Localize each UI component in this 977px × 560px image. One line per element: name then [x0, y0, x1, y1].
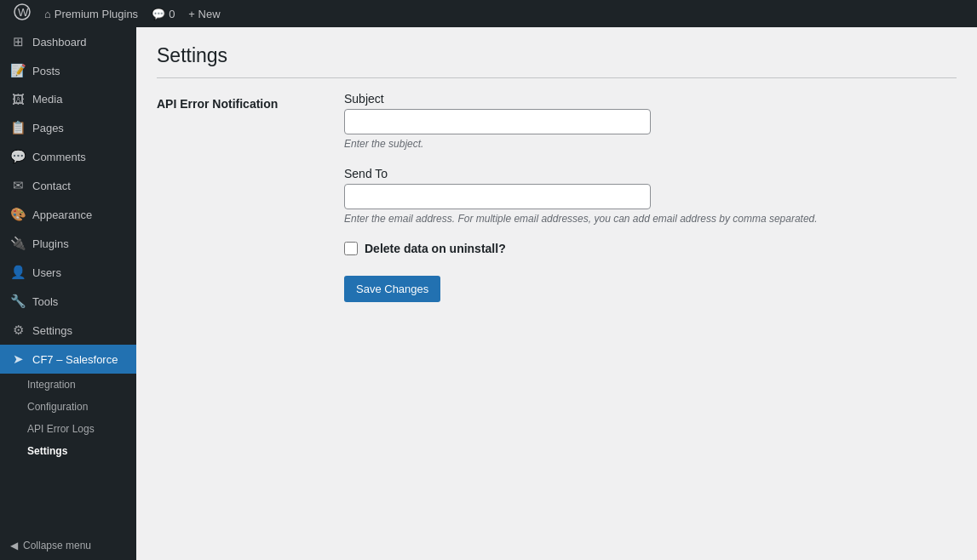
sidebar-item-tools[interactable]: 🔧 Tools	[0, 287, 136, 316]
submenu-settings[interactable]: Settings	[0, 440, 136, 462]
appearance-icon: 🎨	[10, 207, 26, 222]
delete-data-label: Delete data on uninstall?	[365, 242, 506, 255]
admin-bar: W ⌂ Premium Plugins 💬 0 + New	[0, 0, 977, 27]
sidebar-item-users[interactable]: 👤 Users	[0, 258, 136, 287]
settings-icon: ⚙	[10, 323, 26, 338]
api-section-label: API Error Notification	[157, 97, 278, 111]
sidebar-item-cf7-salesforce[interactable]: ➤ CF7 – Salesforce	[0, 345, 136, 374]
subject-hint: Enter the subject.	[344, 138, 923, 150]
comments-icon: 💬	[10, 149, 26, 164]
subject-input[interactable]	[344, 109, 651, 134]
comment-icon: 💬	[152, 8, 165, 20]
page-title: Settings	[157, 44, 957, 78]
send-to-input[interactable]	[344, 184, 651, 209]
sidebar-item-comments[interactable]: 💬 Comments	[0, 142, 136, 171]
sidebar-item-media[interactable]: 🖼 Media	[0, 85, 136, 113]
tools-icon: 🔧	[10, 294, 26, 309]
delete-data-checkbox[interactable]	[344, 242, 358, 255]
sidebar-submenu: Integration Configuration API Error Logs…	[0, 374, 136, 462]
submenu-api-error-logs[interactable]: API Error Logs	[0, 418, 136, 440]
sidebar-item-appearance[interactable]: 🎨 Appearance	[0, 200, 136, 229]
adminbar-new[interactable]: + New	[181, 0, 227, 27]
adminbar-comments[interactable]: 💬 0	[145, 0, 181, 27]
wp-logo[interactable]: W	[7, 3, 37, 25]
cf7-icon: ➤	[10, 351, 26, 367]
send-to-hint: Enter the email address. For multiple em…	[344, 213, 923, 225]
main-content: Settings API Error Notification Subject …	[136, 27, 977, 560]
collapse-menu-button[interactable]: ◀ Collapse menu	[0, 531, 136, 560]
submenu-configuration[interactable]: Configuration	[0, 396, 136, 418]
submenu-integration[interactable]: Integration	[0, 374, 136, 396]
sidebar-item-settings[interactable]: ⚙ Settings	[0, 316, 136, 345]
delete-data-row: Delete data on uninstall?	[344, 242, 923, 255]
plugins-icon: 🔌	[10, 236, 26, 251]
save-changes-button[interactable]: Save Changes	[344, 276, 440, 302]
sidebar-item-dashboard[interactable]: ⊞ Dashboard	[0, 27, 136, 56]
posts-icon: 📝	[10, 63, 26, 78]
dashboard-icon: ⊞	[10, 34, 26, 49]
sidebar-item-pages[interactable]: 📋 Pages	[0, 113, 136, 142]
send-to-label: Send To	[344, 167, 923, 180]
settings-form: API Error Notification Subject Enter the…	[157, 92, 923, 302]
pages-icon: 📋	[10, 120, 26, 135]
send-to-row: Send To Enter the email address. For mul…	[157, 167, 923, 225]
collapse-icon: ◀	[10, 540, 18, 551]
subject-row: API Error Notification Subject Enter the…	[157, 92, 923, 150]
sidebar-item-posts[interactable]: 📝 Posts	[0, 56, 136, 85]
subject-label: Subject	[344, 92, 923, 106]
svg-text:W: W	[18, 6, 29, 19]
media-icon: 🖼	[10, 92, 26, 106]
home-icon: ⌂	[44, 8, 51, 20]
sidebar-item-plugins[interactable]: 🔌 Plugins	[0, 229, 136, 258]
adminbar-site[interactable]: ⌂ Premium Plugins	[37, 0, 145, 27]
sidebar: ⊞ Dashboard 📝 Posts 🖼 Media 📋 Pages 💬 Co…	[0, 27, 136, 560]
contact-icon: ✉	[10, 178, 26, 193]
users-icon: 👤	[10, 265, 26, 280]
sidebar-item-contact[interactable]: ✉ Contact	[0, 171, 136, 200]
